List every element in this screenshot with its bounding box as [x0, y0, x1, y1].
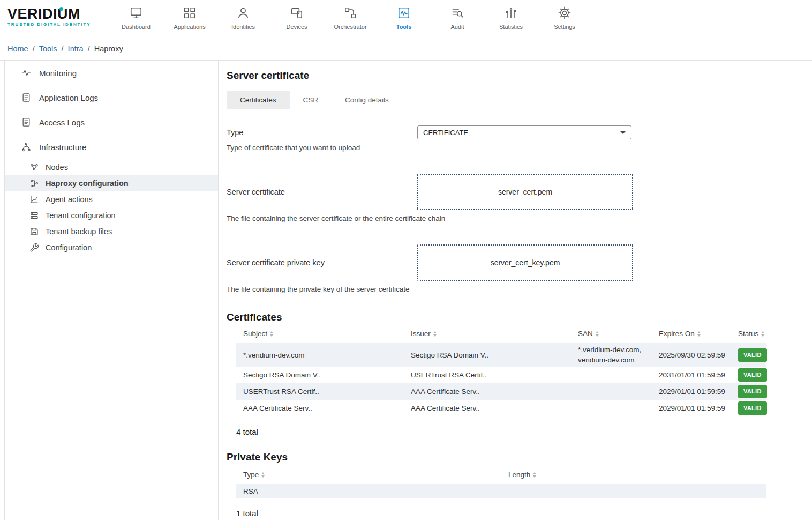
document-icon	[21, 117, 32, 128]
main-panel: Server certificate Certificates CSR Conf…	[219, 61, 812, 520]
column-header-type[interactable]: Type	[236, 471, 501, 482]
private-keys-section-title: Private Keys	[227, 451, 812, 463]
divider	[227, 162, 635, 162]
breadcrumb-tools[interactable]: Tools	[39, 44, 57, 53]
tab-config-details[interactable]: Config details	[332, 91, 402, 109]
cell-subject: AAA Certificate Serv..	[236, 403, 404, 414]
server-certificate-dropzone[interactable]: server_cert.pem	[417, 174, 633, 210]
sort-icon	[596, 331, 599, 337]
line-chart-icon	[29, 195, 39, 204]
wrench-icon	[29, 243, 39, 252]
tab-csr[interactable]: CSR	[290, 91, 332, 109]
breadcrumb-home[interactable]: Home	[7, 44, 28, 53]
cell-status: VALID	[731, 368, 766, 382]
cell-issuer: Sectigo RSA Domain V..	[404, 349, 571, 361]
sidebar-item-haproxy-configuration[interactable]: Haproxy configuration	[5, 175, 218, 191]
cell-expires: 2029/01/01 01:59:59	[652, 403, 731, 414]
divider	[227, 233, 635, 233]
chevron-down-icon	[620, 131, 626, 134]
sidebar-item-infrastructure[interactable]: Infrastructure	[5, 135, 218, 159]
nav-label: Applications	[174, 24, 205, 30]
column-header-status[interactable]: Status	[731, 330, 766, 341]
cell-issuer: USERTrust RSA Certif..	[404, 369, 571, 381]
server-certificate-filename: server_cert.pem	[498, 188, 552, 196]
document-icon	[21, 92, 32, 103]
page-title: Server certificate	[227, 70, 812, 81]
logo-dot-icon	[59, 7, 63, 11]
nav-item-dashboard[interactable]: Dashboard	[109, 0, 163, 30]
cell-issuer: AAA Certificate Serv..	[404, 403, 571, 414]
sidebar-item-agent-actions[interactable]: Agent actions	[5, 191, 218, 207]
sidebar-item-application-logs[interactable]: Application Logs	[5, 85, 218, 110]
nav-label: Identities	[231, 24, 255, 30]
cell-status: VALID	[731, 401, 766, 415]
cell-subject: Sectigo RSA Domain V..	[236, 369, 404, 381]
breadcrumb: Home/Tools/Infra/Haproxy	[0, 41, 812, 60]
dashboard-icon	[129, 6, 143, 20]
nav-item-settings[interactable]: Settings	[538, 0, 591, 30]
private-keys-total: 1 total	[236, 509, 812, 518]
nav-item-identities[interactable]: Identities	[216, 0, 270, 30]
sidebar-item-label: Agent actions	[46, 195, 93, 204]
column-header-subject[interactable]: Subject	[236, 330, 404, 341]
cell-expires: 2029/01/01 01:59:59	[652, 386, 731, 397]
status-badge: VALID	[738, 385, 767, 398]
status-badge: VALID	[738, 348, 767, 362]
certificate-type-select[interactable]: CERTIFICATE	[417, 125, 631, 139]
column-header-issuer[interactable]: Issuer	[404, 330, 571, 341]
veridium-logo[interactable]: VERIDIUM TRUSTED DIGITAL IDENTITY	[7, 6, 97, 27]
cell-expires: 2025/09/30 02:59:59	[652, 349, 731, 361]
activity-icon	[21, 68, 32, 78]
breadcrumb-infra[interactable]: Infra	[68, 44, 84, 53]
breadcrumb-separator: /	[62, 44, 64, 53]
nav-item-audit[interactable]: Audit	[431, 0, 484, 30]
nav-label: Orchestrator	[334, 24, 366, 30]
nav-item-orchestrator[interactable]: Orchestrator	[324, 0, 377, 30]
cell-san	[571, 408, 652, 409]
type-label: Type	[227, 128, 417, 137]
nav-item-applications[interactable]: Applications	[163, 0, 216, 30]
sidebar-item-monitoring[interactable]: Monitoring	[5, 61, 218, 85]
sitemap-icon	[29, 179, 39, 188]
audit-search-icon	[450, 6, 464, 20]
private-key-filename: server_cert_key.pem	[491, 258, 560, 267]
sidebar-item-label: Nodes	[46, 163, 68, 172]
table-row: USERTrust RSA Certif.. AAA Certificate S…	[236, 383, 766, 400]
sidebar-item-label: Tenant configuration	[46, 211, 116, 220]
status-badge: VALID	[738, 401, 767, 415]
sort-icon	[270, 331, 273, 337]
gear-icon	[558, 6, 572, 20]
cell-key-type: RSA	[236, 486, 501, 497]
private-keys-table: Type Length RSA	[236, 471, 766, 498]
tab-certificates[interactable]: Certificates	[227, 91, 290, 109]
nav-label: Statistics	[499, 24, 523, 30]
nav-item-devices[interactable]: Devices	[270, 0, 324, 30]
sidebar-item-tenant-backup-files[interactable]: Tenant backup files	[5, 224, 218, 240]
private-key-dropzone[interactable]: server_cert_key.pem	[417, 244, 633, 281]
save-icon	[29, 227, 39, 236]
sidebar-item-label: Infrastructure	[39, 143, 86, 152]
certificates-table-header: Subject Issuer SAN Expires On Status	[236, 330, 766, 343]
column-header-length[interactable]: Length	[501, 471, 766, 482]
private-key-label: Server certificate private key	[227, 258, 417, 267]
sidebar-item-label: Application Logs	[39, 93, 98, 102]
certificate-upload-form: Type CERTIFICATE Type of certificate tha…	[227, 125, 635, 293]
certificates-table: Subject Issuer SAN Expires On Status *.v…	[236, 330, 766, 417]
nav-label: Devices	[286, 24, 307, 30]
main-nav: Dashboard Applications Identities Device…	[109, 0, 591, 30]
sidebar-item-nodes[interactable]: Nodes	[5, 159, 218, 175]
nav-label: Settings	[554, 24, 575, 30]
certificates-total: 4 total	[236, 427, 812, 436]
sidebar-item-configuration[interactable]: Configuration	[5, 240, 218, 256]
breadcrumb-current: Haproxy	[94, 44, 123, 53]
sidebar-item-tenant-configuration[interactable]: Tenant configuration	[5, 207, 218, 224]
column-header-san[interactable]: SAN	[571, 330, 652, 341]
cell-expires: 2031/01/01 01:59:59	[652, 369, 731, 381]
column-header-expires-on[interactable]: Expires On	[652, 330, 731, 341]
tab-bar: Certificates CSR Config details	[227, 91, 812, 109]
nav-item-tools[interactable]: Tools	[377, 0, 431, 30]
cell-san	[571, 375, 652, 376]
cell-status: VALID	[731, 348, 766, 362]
nav-item-statistics[interactable]: Statistics	[484, 0, 538, 30]
sidebar-item-access-logs[interactable]: Access Logs	[5, 110, 218, 135]
